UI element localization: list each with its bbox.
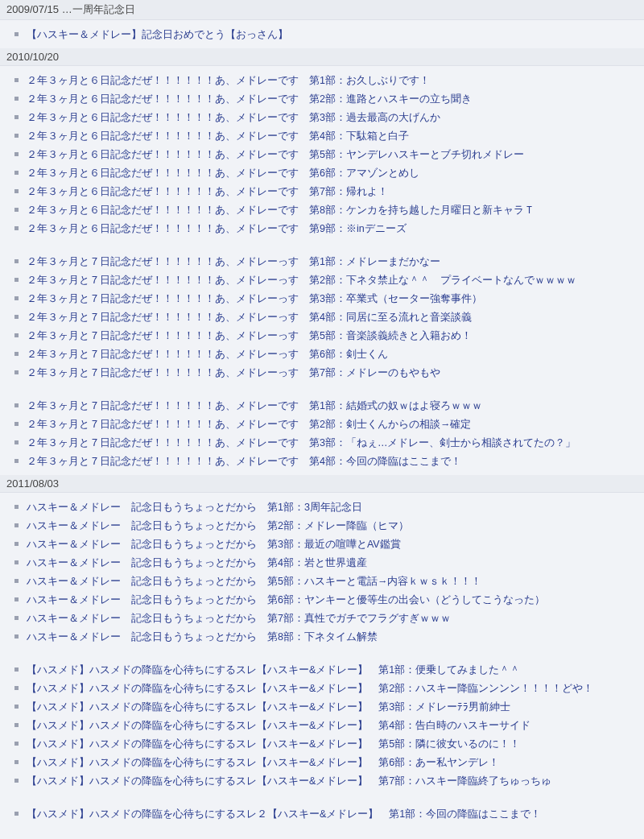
link-list: ハスキー＆メドレー 記念日もうちょっとだから 第1部：3周年記念日ハスキー＆メド… (0, 493, 644, 828)
group-spacer (14, 238, 644, 252)
list-item: ハスキー＆メドレー 記念日もうちょっとだから 第7部：真性でガチでフラグすぎｗｗ… (14, 609, 644, 627)
list-item: ２年３ヶ月と６日記念だぜ！！！！！！あ、メドレーです 第2部：進路とハスキーの立… (14, 89, 644, 108)
entry-link[interactable]: ２年３ヶ月と６日記念だぜ！！！！！！あ、メドレーです 第2部：進路とハスキーの立… (27, 93, 472, 105)
list-item: ２年３ヶ月と６日記念だぜ！！！！！！あ、メドレーです 第9部：※inデニーズ (14, 219, 644, 238)
entry-link[interactable]: ２年３ヶ月と６日記念だぜ！！！！！！あ、メドレーです 第3部：過去最高の大げんか (27, 112, 440, 123)
list-item: 【ハスキー＆メドレー】記念日おめでとう【おっさん】 (14, 25, 644, 43)
list-item: ２年３ヶ月と７日記念だぜ！！！！！！あ、メドレーっす 第6部：剣士くん (14, 345, 644, 363)
section: 2009/07/15 …一周年記念日【ハスキー＆メドレー】記念日おめでとう【おっ… (0, 0, 644, 48)
list-item: ２年３ヶ月と６日記念だぜ！！！！！！あ、メドレーです 第8部：ケンカを持ち越した… (14, 200, 644, 219)
entry-link[interactable]: ２年３ヶ月と７日記念だぜ！！！！！！あ、メドレーです 第3部：「ねぇ…メドレー、… (27, 437, 576, 448)
list-item: ハスキー＆メドレー 記念日もうちょっとだから 第8部：下ネタイム解禁 (14, 627, 644, 646)
section-header: 2010/10/20 (0, 48, 644, 66)
entry-link[interactable]: ２年３ヶ月と６日記念だぜ！！！！！！あ、メドレーです 第1部：お久しぶりです！ (27, 75, 430, 86)
entry-link[interactable]: ２年３ヶ月と７日記念だぜ！！！！！！あ、メドレーっす 第4部：同居に至る流れと音… (27, 312, 472, 323)
list-item: ハスキー＆メドレー 記念日もうちょっとだから 第5部：ハスキーと電話→内容ｋｗｓ… (14, 572, 644, 590)
list-item: ２年３ヶ月と７日記念だぜ！！！！！！あ、メドレーです 第3部：「ねぇ…メドレー、… (14, 433, 644, 452)
link-list: ２年３ヶ月と６日記念だぜ！！！！！！あ、メドレーです 第1部：お久しぶりです！２… (0, 66, 644, 475)
group-spacer (14, 790, 644, 804)
list-item: ２年３ヶ月と７日記念だぜ！！！！！！あ、メドレーっす 第3部：卒業式（セーター強… (14, 289, 644, 308)
list-item: 【ハスメド】ハスメドの降臨を心待ちにするスレ【ハスキー&メドレー】 第7部：ハス… (14, 771, 644, 790)
entry-link[interactable]: ２年３ヶ月と６日記念だぜ！！！！！！あ、メドレーです 第7部：帰れよ！ (27, 186, 388, 197)
list-item: ２年３ヶ月と７日記念だぜ！！！！！！あ、メドレーっす 第7部：メドレーのもやもや (14, 363, 644, 382)
section: 2010/10/20２年３ヶ月と６日記念だぜ！！！！！！あ、メドレーです 第1部… (0, 48, 644, 475)
list-item: ２年３ヶ月と７日記念だぜ！！！！！！あ、メドレーっす 第1部：メドレーまだかなー (14, 252, 644, 271)
list-item: 【ハスメド】ハスメドの降臨を心待ちにするスレ【ハスキー&メドレー】 第2部：ハス… (14, 679, 644, 697)
list-item: ハスキー＆メドレー 記念日もうちょっとだから 第1部：3周年記念日 (14, 498, 644, 516)
entry-link[interactable]: ２年３ヶ月と７日記念だぜ！！！！！！あ、メドレーっす 第5部：音楽談義続きと入籍… (27, 330, 472, 341)
entry-link[interactable]: ２年３ヶ月と７日記念だぜ！！！！！！あ、メドレーっす 第7部：メドレーのもやもや (27, 367, 440, 378)
entry-link[interactable]: ２年３ヶ月と７日記念だぜ！！！！！！あ、メドレーっす 第2部：下ネタ禁止な＾＾ … (27, 275, 576, 286)
entry-link[interactable]: ２年３ヶ月と６日記念だぜ！！！！！！あ、メドレーです 第8部：ケンカを持ち越した… (27, 205, 535, 216)
entry-link[interactable]: ハスキー＆メドレー 記念日もうちょっとだから 第7部：真性でガチでフラグすぎｗｗ… (27, 613, 451, 624)
list-item: ２年３ヶ月と７日記念だぜ！！！！！！あ、メドレーです 第4部：今回の降臨はここま… (14, 452, 644, 470)
entry-link[interactable]: 【ハスメド】ハスメドの降臨を心待ちにするスレ【ハスキー&メドレー】 第4部：告白… (27, 720, 530, 731)
section: 2011/08/03ハスキー＆メドレー 記念日もうちょっとだから 第1部：3周年… (0, 475, 644, 828)
entry-link[interactable]: ハスキー＆メドレー 記念日もうちょっとだから 第6部：ヤンキーと優等生の出会い（… (27, 594, 545, 605)
entry-link[interactable]: 【ハスメド】ハスメドの降臨を心待ちにするスレ【ハスキー&メドレー】 第6部：あー… (27, 757, 499, 768)
section-header: 2011/08/03 (0, 475, 644, 493)
entry-link[interactable]: ハスキー＆メドレー 記念日もうちょっとだから 第3部：最近の喧嘩とAV鑑賞 (27, 539, 401, 550)
list-item: 【ハスメド】ハスメドの降臨を心待ちにするスレ【ハスキー&メドレー】 第4部：告白… (14, 716, 644, 734)
entry-link[interactable]: ２年３ヶ月と７日記念だぜ！！！！！！あ、メドレーです 第4部：今回の降臨はここま… (27, 456, 461, 467)
group-spacer (14, 646, 644, 660)
entry-link[interactable]: 【ハスメド】ハスメドの降臨を心待ちにするスレ【ハスキー&メドレー】 第1部：便乗… (27, 664, 520, 676)
list-item: 【ハスメド】ハスメドの降臨を心待ちにするスレ【ハスキー&メドレー】 第3部：メド… (14, 697, 644, 716)
entry-link[interactable]: ２年３ヶ月と７日記念だぜ！！！！！！あ、メドレーっす 第3部：卒業式（セーター強… (27, 293, 482, 304)
list-item: ２年３ヶ月と７日記念だぜ！！！！！！あ、メドレーっす 第5部：音楽談義続きと入籍… (14, 326, 644, 345)
link-list: 【ハスキー＆メドレー】記念日おめでとう【おっさん】 (0, 20, 644, 48)
list-item: ２年３ヶ月と７日記念だぜ！！！！！！あ、メドレーです 第2部：剣士くんからの相談… (14, 415, 644, 433)
list-item: ２年３ヶ月と７日記念だぜ！！！！！！あ、メドレーっす 第2部：下ネタ禁止な＾＾ … (14, 271, 644, 289)
entry-link[interactable]: ハスキー＆メドレー 記念日もうちょっとだから 第1部：3周年記念日 (27, 502, 362, 513)
entry-link[interactable]: ２年３ヶ月と７日記念だぜ！！！！！！あ、メドレーっす 第1部：メドレーまだかなー (27, 256, 440, 267)
entry-link[interactable]: ２年３ヶ月と７日記念だぜ！！！！！！あ、メドレーです 第2部：剣士くんからの相談… (27, 419, 471, 430)
entry-link[interactable]: ２年３ヶ月と６日記念だぜ！！！！！！あ、メドレーです 第6部：アマゾンとめし (27, 167, 419, 179)
list-item: 【ハスメド】ハスメドの降臨を心待ちにするスレ【ハスキー&メドレー】 第5部：隣に… (14, 734, 644, 753)
list-item: ハスキー＆メドレー 記念日もうちょっとだから 第4部：岩と世界遺産 (14, 553, 644, 572)
list-item: ２年３ヶ月と６日記念だぜ！！！！！！あ、メドレーです 第3部：過去最高の大げんか (14, 108, 644, 126)
entry-link[interactable]: 【ハスメド】ハスメドの降臨を心待ちにするスレ【ハスキー&メドレー】 第3部：メド… (27, 701, 510, 713)
list-item: 【ハスメド】ハスメドの降臨を心待ちにするスレ【ハスキー&メドレー】 第6部：あー… (14, 753, 644, 771)
list-item: ２年３ヶ月と６日記念だぜ！！！！！！あ、メドレーです 第4部：下駄箱と白子 (14, 126, 644, 145)
list-item: ２年３ヶ月と６日記念だぜ！！！！！！あ、メドレーです 第5部：ヤンデレハスキーと… (14, 145, 644, 163)
list-item: ２年３ヶ月と７日記念だぜ！！！！！！あ、メドレーです 第1部：結婚式の奴ｗはよ寝… (14, 396, 644, 415)
entry-link[interactable]: 【ハスメド】ハスメドの降臨を心待ちにするスレ２【ハスキー&メドレー】 第1部：今… (27, 808, 541, 820)
entry-link[interactable]: 【ハスメド】ハスメドの降臨を心待ちにするスレ【ハスキー&メドレー】 第7部：ハス… (27, 775, 551, 787)
entry-link[interactable]: ２年３ヶ月と６日記念だぜ！！！！！！あ、メドレーです 第5部：ヤンデレハスキーと… (27, 149, 524, 160)
list-item: 【ハスメド】ハスメドの降臨を心待ちにするスレ【ハスキー&メドレー】 第1部：便乗… (14, 660, 644, 679)
section-header: 2009/07/15 …一周年記念日 (0, 0, 644, 20)
list-item: ２年３ヶ月と７日記念だぜ！！！！！！あ、メドレーっす 第4部：同居に至る流れと音… (14, 308, 644, 326)
list-item: 【ハスメド】ハスメドの降臨を心待ちにするスレ２【ハスキー&メドレー】 第1部：今… (14, 804, 644, 823)
entry-link[interactable]: ハスキー＆メドレー 記念日もうちょっとだから 第5部：ハスキーと電話→内容ｋｗｓ… (27, 576, 481, 587)
entry-link[interactable]: ２年３ヶ月と７日記念だぜ！！！！！！あ、メドレーです 第1部：結婚式の奴ｗはよ寝… (27, 400, 482, 411)
entry-link[interactable]: ２年３ヶ月と７日記念だぜ！！！！！！あ、メドレーっす 第6部：剣士くん (27, 349, 388, 360)
list-item: ２年３ヶ月と６日記念だぜ！！！！！！あ、メドレーです 第7部：帰れよ！ (14, 182, 644, 200)
list-item: ２年３ヶ月と６日記念だぜ！！！！！！あ、メドレーです 第6部：アマゾンとめし (14, 163, 644, 182)
list-item: ハスキー＆メドレー 記念日もうちょっとだから 第2部：メドレー降臨（ヒマ） (14, 516, 644, 535)
entry-link[interactable]: ハスキー＆メドレー 記念日もうちょっとだから 第4部：岩と世界遺産 (27, 557, 367, 568)
list-item: ２年３ヶ月と６日記念だぜ！！！！！！あ、メドレーです 第1部：お久しぶりです！ (14, 71, 644, 89)
entry-link[interactable]: 【ハスメド】ハスメドの降臨を心待ちにするスレ【ハスキー&メドレー】 第2部：ハス… (27, 683, 593, 694)
entry-link[interactable]: 【ハスキー＆メドレー】記念日おめでとう【おっさん】 (27, 29, 288, 40)
entry-link[interactable]: ハスキー＆メドレー 記念日もうちょっとだから 第2部：メドレー降臨（ヒマ） (27, 520, 409, 531)
group-spacer (14, 382, 644, 396)
entry-link[interactable]: 【ハスメド】ハスメドの降臨を心待ちにするスレ【ハスキー&メドレー】 第5部：隣に… (27, 738, 520, 750)
entry-link[interactable]: ２年３ヶ月と６日記念だぜ！！！！！！あ、メドレーです 第4部：下駄箱と白子 (27, 130, 409, 142)
list-item: ハスキー＆メドレー 記念日もうちょっとだから 第3部：最近の喧嘩とAV鑑賞 (14, 535, 644, 553)
entry-link[interactable]: ２年３ヶ月と６日記念だぜ！！！！！！あ、メドレーです 第9部：※inデニーズ (27, 223, 407, 234)
entry-link[interactable]: ハスキー＆メドレー 記念日もうちょっとだから 第8部：下ネタイム解禁 (27, 631, 378, 643)
list-item: ハスキー＆メドレー 記念日もうちょっとだから 第6部：ヤンキーと優等生の出会い（… (14, 590, 644, 609)
